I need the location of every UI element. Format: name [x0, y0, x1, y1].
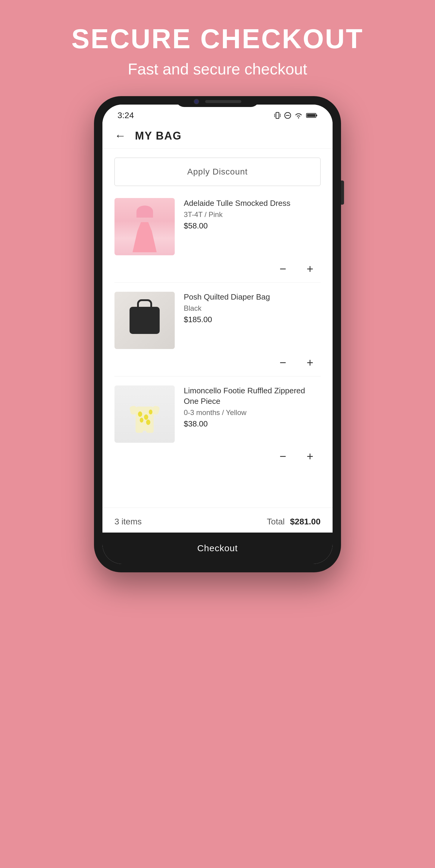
increase-qty-button[interactable]: + — [302, 355, 317, 370]
wifi-icon — [295, 113, 302, 119]
decrease-qty-button[interactable]: − — [275, 449, 291, 464]
status-icons — [274, 112, 317, 119]
phone-camera — [194, 99, 199, 104]
cart-total: Total $281.00 — [267, 517, 321, 527]
cart-item-info: Limoncello Footie Ruffled Zippered One P… — [184, 385, 321, 429]
cart-item-price: $185.00 — [184, 315, 321, 324]
cart-item: Posh Quilted Diaper Bag Black $185.00 — [114, 292, 321, 352]
phone-screen: 3:24 — [102, 104, 333, 564]
cart-item-price: $38.00 — [184, 419, 321, 429]
hero-subtitle: Fast and secure checkout — [71, 60, 364, 78]
cart-item-variant: 3T-4T / Pink — [184, 210, 321, 219]
svg-point-18 — [144, 414, 148, 420]
status-time: 3:24 — [118, 111, 134, 120]
scroll-content[interactable]: Apply Discount Adelaide Tulle Smocked Dr… — [102, 149, 333, 507]
phone-shell: 3:24 — [94, 96, 341, 572]
phone-top-bar — [175, 96, 260, 107]
cart-item-info: Adelaide Tulle Smocked Dress 3T-4T / Pin… — [184, 198, 321, 230]
back-button[interactable]: ← — [114, 129, 126, 142]
svg-rect-0 — [276, 113, 279, 119]
cart-summary: 3 items Total $281.00 — [102, 507, 333, 532]
product-image-onesie — [114, 385, 175, 443]
hero-section: SECURE CHECKOUT Fast and secure checkout — [71, 0, 364, 96]
cart-item: Limoncello Footie Ruffled Zippered One P… — [114, 385, 321, 446]
decrease-qty-button[interactable]: − — [275, 355, 291, 370]
svg-point-20 — [140, 418, 143, 423]
cart-item-price: $58.00 — [184, 221, 321, 230]
increase-qty-button[interactable]: + — [302, 449, 317, 464]
cart-item-controls: − + — [114, 261, 321, 276]
svg-point-21 — [146, 420, 150, 425]
cart-item-variant: 0-3 months / Yellow — [184, 408, 321, 417]
vibrate-icon — [274, 112, 281, 119]
phone-side-button — [341, 181, 344, 205]
svg-rect-11 — [316, 115, 317, 116]
cart-item: Adelaide Tulle Smocked Dress 3T-4T / Pin… — [114, 198, 321, 258]
product-image-dress — [114, 198, 175, 255]
hero-title: SECURE CHECKOUT — [71, 24, 364, 54]
cart-item-controls: − + — [114, 355, 321, 370]
increase-qty-button[interactable]: + — [302, 261, 317, 276]
status-bar: 3:24 — [102, 104, 333, 123]
product-image-bag — [114, 292, 175, 349]
cart-item-name: Adelaide Tulle Smocked Dress — [184, 198, 321, 209]
battery-icon — [306, 113, 317, 119]
cart-item-name: Posh Quilted Diaper Bag — [184, 292, 321, 302]
svg-rect-16 — [146, 426, 154, 433]
svg-point-19 — [149, 410, 153, 414]
cart-item-info: Posh Quilted Diaper Bag Black $185.00 — [184, 292, 321, 324]
checkout-button[interactable]: Checkout — [102, 532, 333, 564]
cart-item-name: Limoncello Footie Ruffled Zippered One P… — [184, 385, 321, 407]
cart-total-value: $281.00 — [290, 517, 321, 526]
decrease-qty-button[interactable]: − — [275, 261, 291, 276]
svg-rect-10 — [307, 114, 315, 117]
minus-circle-icon — [285, 112, 291, 119]
app-header: ← MY BAG — [102, 123, 333, 149]
cart-item-variant: Black — [184, 304, 321, 313]
cart-total-label: Total — [267, 517, 285, 526]
page-title: MY BAG — [135, 130, 182, 142]
item-divider — [114, 282, 321, 283]
cart-item-controls: − + — [114, 449, 321, 464]
phone-speaker — [205, 100, 241, 103]
cart-items-count: 3 items — [114, 517, 142, 527]
svg-point-17 — [138, 411, 142, 417]
cart-summary-row: 3 items Total $281.00 — [114, 517, 321, 527]
svg-rect-15 — [136, 426, 143, 433]
item-divider — [114, 376, 321, 376]
apply-discount-button[interactable]: Apply Discount — [114, 158, 321, 186]
